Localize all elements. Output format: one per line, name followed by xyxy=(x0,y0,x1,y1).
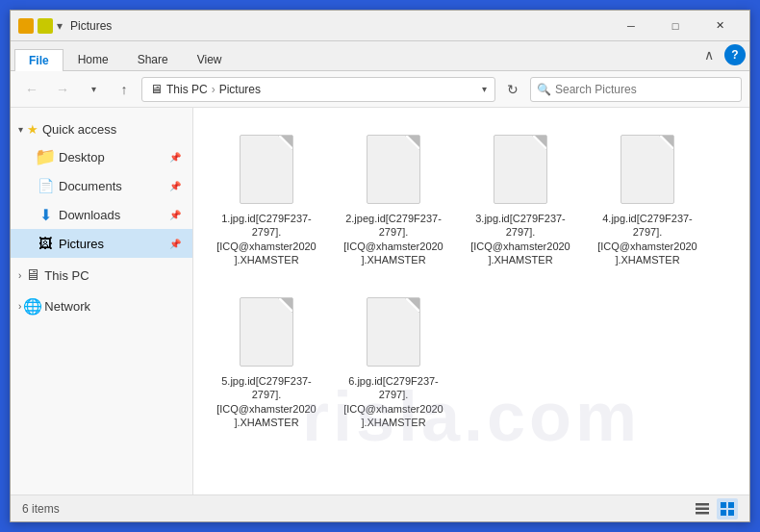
qs-dropdown[interactable]: ▾ xyxy=(57,19,63,33)
path-thispc: This PC xyxy=(166,83,208,96)
star-icon: ★ xyxy=(27,122,38,137)
file-item-2[interactable]: 2.jpeg.id[C279F237-2797].[ICQ@xhamster20… xyxy=(336,123,451,274)
grid-view-button[interactable] xyxy=(717,498,738,519)
tab-view[interactable]: View xyxy=(183,48,237,70)
tab-share[interactable]: Share xyxy=(123,48,183,70)
tab-home[interactable]: Home xyxy=(63,48,123,70)
search-input[interactable] xyxy=(555,83,735,96)
file-icon-2 xyxy=(363,131,424,208)
back-button[interactable]: ← xyxy=(18,76,45,103)
address-dropdown-button[interactable]: ▾ xyxy=(482,84,487,94)
content-area: risla.com 1.jpg.id[C279F237-2797].[ICQ@x… xyxy=(193,108,749,494)
file-icon-1 xyxy=(236,131,297,208)
svg-rect-5 xyxy=(721,510,726,516)
ribbon-collapse-button[interactable]: ∧ xyxy=(697,43,721,66)
sidebar-thispc-header[interactable]: › 🖥 This PC xyxy=(11,262,192,289)
svg-rect-3 xyxy=(721,502,726,508)
maximize-button[interactable]: □ xyxy=(653,11,697,41)
file-label-3: 3.jpg.id[C279F237-2797].[ICQ@xhamster202… xyxy=(470,212,570,266)
svg-rect-6 xyxy=(728,510,734,516)
ribbon-right-controls: ∧ ? xyxy=(697,43,746,70)
network-label: Network xyxy=(44,299,90,314)
pin-icon-dl: 📌 xyxy=(169,210,181,220)
sidebar-item-desktop[interactable]: 📁 Desktop 📌 xyxy=(11,142,192,171)
address-bar: ← → ▾ ↑ 🖥 This PC › Pictures ▾ ↻ 🔍 xyxy=(11,71,749,108)
file-page-4 xyxy=(621,135,674,204)
ribbon: File Home Share View ∧ ? xyxy=(11,41,749,71)
file-page-2 xyxy=(367,135,420,204)
pin-icon: 📌 xyxy=(169,152,181,163)
network-icon: 🌐 xyxy=(25,298,40,314)
refresh-button[interactable]: ↻ xyxy=(499,76,526,103)
path-pictures: Pictures xyxy=(219,83,261,96)
title-bar: ▾ Pictures ─ □ ✕ xyxy=(11,11,749,41)
sidebar-item-pictures[interactable]: 🖼 Pictures 📌 xyxy=(11,229,192,258)
path-icon: 🖥 xyxy=(150,82,163,96)
sidebar: ▾ ★ Quick access 📁 Desktop 📌 📄 Documents… xyxy=(11,108,193,494)
file-label-5: 5.jpg.id[C279F237-2797].[ICQ@xhamster202… xyxy=(216,374,317,429)
window-controls: ─ □ ✕ xyxy=(609,11,742,41)
file-item-4[interactable]: 4.jpg.id[C279F237-2797].[ICQ@xhamster202… xyxy=(590,123,705,274)
file-item-3[interactable]: 3.jpg.id[C279F237-2797].[ICQ@xhamster202… xyxy=(463,123,578,274)
sidebar-documents-label: Documents xyxy=(59,179,164,193)
status-bar: 6 items xyxy=(11,494,749,521)
svg-rect-0 xyxy=(696,503,709,506)
file-icon-3 xyxy=(490,131,551,208)
up-button[interactable]: ↑ xyxy=(111,76,138,103)
main-area: ▾ ★ Quick access 📁 Desktop 📌 📄 Documents… xyxy=(11,108,749,494)
close-button[interactable]: ✕ xyxy=(697,11,742,41)
minimize-button[interactable]: ─ xyxy=(609,11,653,41)
file-page-5 xyxy=(240,297,293,367)
file-page-1 xyxy=(240,135,293,204)
file-icon-4 xyxy=(617,131,678,208)
sidebar-item-documents[interactable]: 📄 Documents 📌 xyxy=(11,171,192,200)
pictures-icon: 🖼 xyxy=(38,236,53,251)
svg-rect-2 xyxy=(696,512,709,515)
file-icon-5 xyxy=(236,293,297,370)
chevron-right-icon: › xyxy=(18,270,21,281)
download-icon: ⬇ xyxy=(38,207,53,222)
quick-access-toolbar: ▾ xyxy=(18,18,63,34)
ribbon-tab-row: File Home Share View ∧ ? xyxy=(11,41,749,70)
file-label-6: 6.jpg.id[C279F237-2797].[ICQ@xhamster202… xyxy=(343,374,443,429)
file-item-1[interactable]: 1.jpg.id[C279F237-2797].[ICQ@xhamster202… xyxy=(209,123,324,274)
qs-icon-2 xyxy=(38,18,53,34)
file-label-1: 1.jpg.id[C279F237-2797].[ICQ@xhamster202… xyxy=(216,212,317,266)
qs-icon-1 xyxy=(18,18,34,34)
address-path[interactable]: 🖥 This PC › Pictures ▾ xyxy=(141,77,495,102)
sidebar-item-downloads[interactable]: ⬇ Downloads 📌 xyxy=(11,200,192,229)
tab-file[interactable]: File xyxy=(14,49,63,71)
this-pc-label: This PC xyxy=(44,268,89,283)
files-grid: 1.jpg.id[C279F237-2797].[ICQ@xhamster202… xyxy=(209,123,734,437)
chevron-down-icon: ▾ xyxy=(18,124,23,135)
list-view-button[interactable] xyxy=(692,498,713,519)
path-separator-1: › xyxy=(212,83,215,96)
explorer-window: ▾ Pictures ─ □ ✕ File Home Share View ∧ … xyxy=(10,10,750,522)
item-count: 6 items xyxy=(22,502,60,516)
sidebar-desktop-label: Desktop xyxy=(59,150,164,165)
file-page-6 xyxy=(367,297,420,367)
sidebar-pictures-label: Pictures xyxy=(59,237,164,251)
file-item-6[interactable]: 6.jpg.id[C279F237-2797].[ICQ@xhamster202… xyxy=(336,286,451,437)
svg-rect-1 xyxy=(696,507,709,510)
search-box: 🔍 xyxy=(530,77,742,102)
pin-icon-doc: 📌 xyxy=(169,181,181,191)
file-label-2: 2.jpeg.id[C279F237-2797].[ICQ@xhamster20… xyxy=(343,212,443,266)
file-page-3 xyxy=(494,135,547,204)
file-icon-6 xyxy=(363,293,424,370)
window-title: Pictures xyxy=(70,19,609,33)
pc-icon: 🖥 xyxy=(25,267,40,283)
folder-icon: 📁 xyxy=(38,149,53,165)
sidebar-quick-access-header[interactable]: ▾ ★ Quick access xyxy=(11,115,192,142)
svg-rect-4 xyxy=(728,502,734,508)
quick-access-label: Quick access xyxy=(42,122,116,137)
chevron-right-network-icon: › xyxy=(18,301,21,312)
forward-button[interactable]: → xyxy=(49,76,76,103)
recent-locations-button[interactable]: ▾ xyxy=(80,76,107,103)
view-toggle xyxy=(692,498,738,519)
sidebar-network-header[interactable]: › 🌐 Network xyxy=(11,292,192,319)
search-icon: 🔍 xyxy=(537,83,551,96)
sidebar-downloads-label: Downloads xyxy=(59,208,164,222)
file-item-5[interactable]: 5.jpg.id[C279F237-2797].[ICQ@xhamster202… xyxy=(209,286,324,437)
help-button[interactable]: ? xyxy=(724,44,746,65)
